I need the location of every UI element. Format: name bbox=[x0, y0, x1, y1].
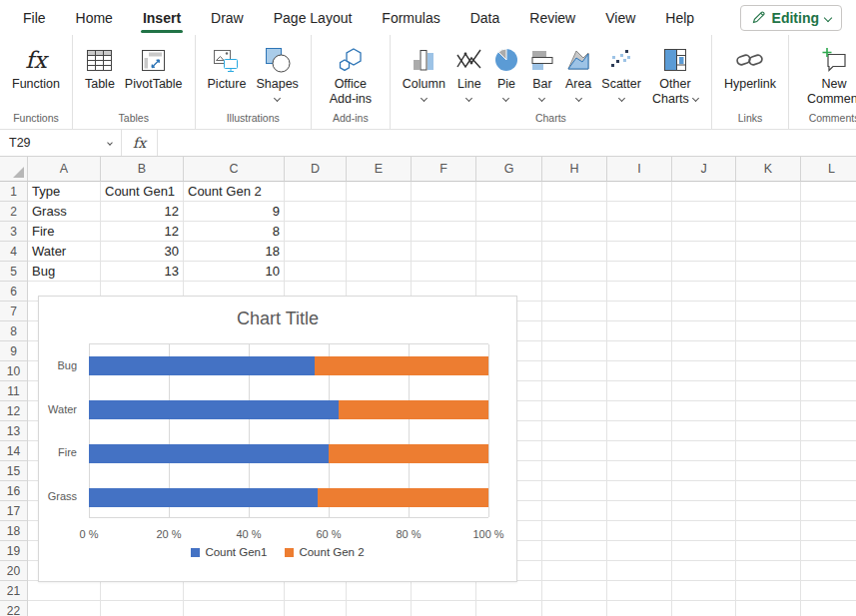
cell-H16[interactable] bbox=[542, 481, 607, 501]
cell-F3[interactable] bbox=[412, 222, 476, 242]
cell-J22[interactable] bbox=[672, 601, 736, 616]
cell-I18[interactable] bbox=[607, 521, 672, 541]
cell-D2[interactable] bbox=[285, 202, 347, 222]
cell-K9[interactable] bbox=[736, 341, 801, 361]
cell-J10[interactable] bbox=[672, 361, 736, 381]
cell-H1[interactable] bbox=[542, 182, 607, 202]
cell-H5[interactable] bbox=[542, 262, 607, 282]
cell-K15[interactable] bbox=[736, 461, 801, 481]
cell-I5[interactable] bbox=[607, 262, 672, 282]
cell-C5[interactable]: 10 bbox=[184, 262, 285, 282]
cell-H12[interactable] bbox=[542, 401, 607, 421]
row-header-20[interactable]: 20 bbox=[0, 561, 28, 581]
cell-E22[interactable] bbox=[347, 601, 412, 616]
cell-J1[interactable] bbox=[672, 182, 736, 202]
row-header-18[interactable]: 18 bbox=[0, 521, 28, 541]
cell-I16[interactable] bbox=[607, 481, 672, 501]
cell-L10[interactable] bbox=[801, 361, 856, 381]
cell-J19[interactable] bbox=[672, 541, 736, 561]
cell-J21[interactable] bbox=[672, 581, 736, 601]
cell-L11[interactable] bbox=[801, 381, 856, 401]
cell-H11[interactable] bbox=[542, 381, 607, 401]
row-header-6[interactable]: 6 bbox=[0, 282, 28, 302]
cell-A2[interactable]: Grass bbox=[28, 202, 101, 222]
stacked-bar-water[interactable] bbox=[89, 400, 488, 419]
cell-L14[interactable] bbox=[801, 441, 856, 461]
column-header-C[interactable]: C bbox=[184, 157, 285, 182]
cell-G21[interactable] bbox=[476, 581, 542, 601]
area-chart-button[interactable]: Area bbox=[560, 40, 596, 104]
cell-K4[interactable] bbox=[736, 242, 801, 262]
cell-J11[interactable] bbox=[672, 381, 736, 401]
cell-I19[interactable] bbox=[607, 541, 672, 561]
cell-H20[interactable] bbox=[542, 561, 607, 581]
office-addins-button[interactable]: Office Add-ins bbox=[319, 40, 383, 107]
tab-draw[interactable]: Draw bbox=[196, 0, 259, 35]
row-header-13[interactable]: 13 bbox=[0, 421, 28, 441]
cell-K1[interactable] bbox=[736, 182, 801, 202]
cell-G22[interactable] bbox=[476, 601, 542, 616]
cell-B5[interactable]: 13 bbox=[101, 262, 184, 282]
cell-K3[interactable] bbox=[736, 222, 801, 242]
row-header-2[interactable]: 2 bbox=[0, 202, 28, 222]
bar-segment-count-gen1[interactable] bbox=[89, 488, 318, 507]
cell-A22[interactable] bbox=[28, 601, 101, 616]
cell-L20[interactable] bbox=[801, 561, 856, 581]
cell-F2[interactable] bbox=[412, 202, 476, 222]
cell-J3[interactable] bbox=[672, 222, 736, 242]
column-header-E[interactable]: E bbox=[347, 157, 412, 182]
cell-A5[interactable]: Bug bbox=[28, 262, 101, 282]
cell-C4[interactable]: 18 bbox=[184, 242, 285, 262]
cell-F5[interactable] bbox=[412, 262, 476, 282]
cell-K8[interactable] bbox=[736, 321, 801, 341]
bar-segment-count-gen-2[interactable] bbox=[315, 356, 488, 375]
cell-A4[interactable]: Water bbox=[28, 242, 101, 262]
cell-I15[interactable] bbox=[607, 461, 672, 481]
cell-D22[interactable] bbox=[285, 601, 347, 616]
pivottable-button[interactable]: PivotTable bbox=[120, 40, 188, 92]
column-chart-button[interactable]: Column bbox=[398, 40, 450, 104]
cell-K2[interactable] bbox=[736, 202, 801, 222]
cell-G5[interactable] bbox=[476, 262, 542, 282]
cell-L15[interactable] bbox=[801, 461, 856, 481]
tab-review[interactable]: Review bbox=[514, 0, 590, 35]
cell-I12[interactable] bbox=[607, 401, 672, 421]
cell-J18[interactable] bbox=[672, 521, 736, 541]
column-header-H[interactable]: H bbox=[542, 157, 607, 182]
cell-I22[interactable] bbox=[607, 601, 672, 616]
bar-segment-count-gen-2[interactable] bbox=[339, 400, 488, 419]
cell-I6[interactable] bbox=[607, 282, 672, 302]
row-header-1[interactable]: 1 bbox=[0, 182, 28, 202]
other-charts-button[interactable]: Other Charts bbox=[646, 40, 704, 107]
cell-I2[interactable] bbox=[607, 202, 672, 222]
cell-F4[interactable] bbox=[412, 242, 476, 262]
column-header-A[interactable]: A bbox=[28, 157, 101, 182]
cell-E1[interactable] bbox=[347, 182, 412, 202]
cell-D1[interactable] bbox=[285, 182, 347, 202]
cell-H3[interactable] bbox=[542, 222, 607, 242]
tab-page-layout[interactable]: Page Layout bbox=[259, 0, 368, 35]
cell-G1[interactable] bbox=[476, 182, 542, 202]
cell-I3[interactable] bbox=[607, 222, 672, 242]
cell-H4[interactable] bbox=[542, 242, 607, 262]
embedded-chart[interactable]: Chart Title BugWaterFireGrass 0 %20 %40 … bbox=[38, 296, 517, 582]
cell-L2[interactable] bbox=[801, 202, 856, 222]
cell-I9[interactable] bbox=[607, 341, 672, 361]
cell-J4[interactable] bbox=[672, 242, 736, 262]
cell-I11[interactable] bbox=[607, 381, 672, 401]
cell-K7[interactable] bbox=[736, 302, 801, 321]
cell-G4[interactable] bbox=[476, 242, 542, 262]
cell-E3[interactable] bbox=[347, 222, 412, 242]
cell-H13[interactable] bbox=[542, 421, 607, 441]
cell-I1[interactable] bbox=[607, 182, 672, 202]
bar-chart-button[interactable]: Bar bbox=[524, 40, 560, 104]
cell-L4[interactable] bbox=[801, 242, 856, 262]
bar-segment-count-gen1[interactable] bbox=[89, 400, 339, 419]
cell-E4[interactable] bbox=[347, 242, 412, 262]
cell-K19[interactable] bbox=[736, 541, 801, 561]
cell-L3[interactable] bbox=[801, 222, 856, 242]
cell-K13[interactable] bbox=[736, 421, 801, 441]
cell-A3[interactable]: Fire bbox=[28, 222, 101, 242]
picture-button[interactable]: Picture bbox=[203, 40, 252, 92]
tab-data[interactable]: Data bbox=[455, 0, 515, 35]
